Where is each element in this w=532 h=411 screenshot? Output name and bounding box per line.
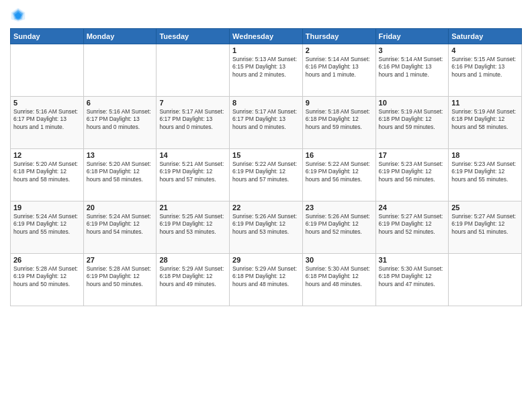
calendar-day-cell: 31Sunrise: 5:30 AM Sunset: 6:18 PM Dayli… <box>375 254 449 306</box>
day-info: Sunrise: 5:29 AM Sunset: 6:18 PM Dayligh… <box>159 265 226 288</box>
day-info: Sunrise: 5:26 AM Sunset: 6:19 PM Dayligh… <box>306 213 373 236</box>
day-info: Sunrise: 5:13 AM Sunset: 6:15 PM Dayligh… <box>232 56 300 79</box>
day-number: 23 <box>306 203 373 212</box>
calendar-day-cell: 4Sunrise: 5:15 AM Sunset: 6:16 PM Daylig… <box>449 44 522 97</box>
day-number: 24 <box>379 203 446 212</box>
calendar-day-cell: 29Sunrise: 5:29 AM Sunset: 6:18 PM Dayli… <box>230 254 303 306</box>
day-number: 16 <box>306 151 373 159</box>
day-number: 6 <box>87 99 154 107</box>
calendar-week-row: 26Sunrise: 5:28 AM Sunset: 6:19 PM Dayli… <box>11 254 522 306</box>
day-number: 10 <box>379 99 446 107</box>
day-number: 31 <box>379 256 446 264</box>
day-number: 29 <box>232 256 300 264</box>
day-info: Sunrise: 5:25 AM Sunset: 6:19 PM Dayligh… <box>159 213 226 236</box>
day-info: Sunrise: 5:23 AM Sunset: 6:19 PM Dayligh… <box>451 161 519 183</box>
day-info: Sunrise: 5:15 AM Sunset: 6:16 PM Dayligh… <box>451 56 519 79</box>
day-number: 21 <box>159 203 226 212</box>
day-number: 30 <box>306 256 373 264</box>
calendar-day-cell: 17Sunrise: 5:23 AM Sunset: 6:19 PM Dayli… <box>375 149 449 201</box>
weekday-header: Wednesday <box>230 29 303 44</box>
weekday-header: Thursday <box>302 29 375 44</box>
logo <box>10 7 29 23</box>
day-info: Sunrise: 5:21 AM Sunset: 6:19 PM Dayligh… <box>159 161 226 183</box>
day-info: Sunrise: 5:22 AM Sunset: 6:19 PM Dayligh… <box>232 161 300 183</box>
calendar-day-cell: 3Sunrise: 5:14 AM Sunset: 6:16 PM Daylig… <box>375 44 449 97</box>
calendar-day-cell: 12Sunrise: 5:20 AM Sunset: 6:18 PM Dayli… <box>11 149 84 201</box>
logo-icon <box>10 7 26 23</box>
calendar-week-row: 5Sunrise: 5:16 AM Sunset: 6:17 PM Daylig… <box>11 97 522 149</box>
calendar-table: SundayMondayTuesdayWednesdayThursdayFrid… <box>10 28 522 306</box>
day-info: Sunrise: 5:14 AM Sunset: 6:16 PM Dayligh… <box>379 56 446 79</box>
day-info: Sunrise: 5:18 AM Sunset: 6:18 PM Dayligh… <box>306 108 373 131</box>
day-info: Sunrise: 5:28 AM Sunset: 6:19 PM Dayligh… <box>13 265 81 288</box>
calendar-header-row: SundayMondayTuesdayWednesdayThursdayFrid… <box>11 29 522 44</box>
calendar-day-cell: 11Sunrise: 5:19 AM Sunset: 6:18 PM Dayli… <box>449 97 522 149</box>
day-number: 7 <box>159 99 226 107</box>
day-number: 5 <box>13 99 81 107</box>
day-number: 18 <box>451 151 519 159</box>
calendar-week-row: 1Sunrise: 5:13 AM Sunset: 6:15 PM Daylig… <box>11 44 522 97</box>
day-number: 20 <box>87 203 154 212</box>
day-info: Sunrise: 5:29 AM Sunset: 6:18 PM Dayligh… <box>232 265 300 288</box>
day-number: 11 <box>451 99 519 107</box>
day-info: Sunrise: 5:27 AM Sunset: 6:19 PM Dayligh… <box>451 213 519 236</box>
day-number: 9 <box>306 99 373 107</box>
calendar-day-cell: 16Sunrise: 5:22 AM Sunset: 6:19 PM Dayli… <box>302 149 375 201</box>
day-number: 26 <box>13 256 81 264</box>
calendar-day-cell: 23Sunrise: 5:26 AM Sunset: 6:19 PM Dayli… <box>302 201 375 254</box>
day-number: 1 <box>232 46 300 54</box>
day-number: 22 <box>232 203 300 212</box>
day-info: Sunrise: 5:28 AM Sunset: 6:19 PM Dayligh… <box>87 265 154 288</box>
day-number: 27 <box>87 256 154 264</box>
calendar-day-cell: 26Sunrise: 5:28 AM Sunset: 6:19 PM Dayli… <box>11 254 84 306</box>
calendar-day-cell: 27Sunrise: 5:28 AM Sunset: 6:19 PM Dayli… <box>83 254 157 306</box>
day-info: Sunrise: 5:30 AM Sunset: 6:18 PM Dayligh… <box>379 265 446 288</box>
day-number: 25 <box>451 203 519 212</box>
calendar-day-cell: 24Sunrise: 5:27 AM Sunset: 6:19 PM Dayli… <box>375 201 449 254</box>
calendar-day-cell: 30Sunrise: 5:30 AM Sunset: 6:18 PM Dayli… <box>302 254 375 306</box>
weekday-header: Saturday <box>449 29 522 44</box>
day-number: 17 <box>379 151 446 159</box>
calendar-day-cell: 10Sunrise: 5:19 AM Sunset: 6:18 PM Dayli… <box>375 97 449 149</box>
calendar-day-cell: 2Sunrise: 5:14 AM Sunset: 6:16 PM Daylig… <box>302 44 375 97</box>
weekday-header: Sunday <box>11 29 84 44</box>
day-info: Sunrise: 5:16 AM Sunset: 6:17 PM Dayligh… <box>13 108 81 131</box>
calendar-day-cell: 19Sunrise: 5:24 AM Sunset: 6:19 PM Dayli… <box>11 201 84 254</box>
day-number: 14 <box>159 151 226 159</box>
calendar-day-cell: 28Sunrise: 5:29 AM Sunset: 6:18 PM Dayli… <box>157 254 230 306</box>
day-info: Sunrise: 5:23 AM Sunset: 6:19 PM Dayligh… <box>379 161 446 183</box>
calendar-day-cell: 7Sunrise: 5:17 AM Sunset: 6:17 PM Daylig… <box>157 97 230 149</box>
calendar-day-cell <box>83 44 157 97</box>
calendar-day-cell: 22Sunrise: 5:26 AM Sunset: 6:19 PM Dayli… <box>230 201 303 254</box>
calendar-day-cell: 14Sunrise: 5:21 AM Sunset: 6:19 PM Dayli… <box>157 149 230 201</box>
calendar-day-cell: 1Sunrise: 5:13 AM Sunset: 6:15 PM Daylig… <box>230 44 303 97</box>
day-info: Sunrise: 5:26 AM Sunset: 6:19 PM Dayligh… <box>232 213 300 236</box>
page: SundayMondayTuesdayWednesdayThursdayFrid… <box>0 0 532 411</box>
day-number: 12 <box>13 151 81 159</box>
day-number: 3 <box>379 46 446 54</box>
calendar-day-cell: 18Sunrise: 5:23 AM Sunset: 6:19 PM Dayli… <box>449 149 522 201</box>
day-info: Sunrise: 5:30 AM Sunset: 6:18 PM Dayligh… <box>306 265 373 288</box>
header <box>10 7 522 23</box>
calendar-day-cell: 5Sunrise: 5:16 AM Sunset: 6:17 PM Daylig… <box>11 97 84 149</box>
day-number: 8 <box>232 99 300 107</box>
calendar-day-cell: 25Sunrise: 5:27 AM Sunset: 6:19 PM Dayli… <box>449 201 522 254</box>
day-info: Sunrise: 5:27 AM Sunset: 6:19 PM Dayligh… <box>379 213 446 236</box>
day-info: Sunrise: 5:14 AM Sunset: 6:16 PM Dayligh… <box>306 56 373 79</box>
day-number: 28 <box>159 256 226 264</box>
weekday-header: Tuesday <box>157 29 230 44</box>
day-number: 15 <box>232 151 300 159</box>
calendar-day-cell: 9Sunrise: 5:18 AM Sunset: 6:18 PM Daylig… <box>302 97 375 149</box>
calendar-day-cell: 13Sunrise: 5:20 AM Sunset: 6:18 PM Dayli… <box>83 149 157 201</box>
calendar-day-cell: 8Sunrise: 5:17 AM Sunset: 6:17 PM Daylig… <box>230 97 303 149</box>
calendar-week-row: 19Sunrise: 5:24 AM Sunset: 6:19 PM Dayli… <box>11 201 522 254</box>
calendar-day-cell <box>157 44 230 97</box>
calendar-day-cell: 6Sunrise: 5:16 AM Sunset: 6:17 PM Daylig… <box>83 97 157 149</box>
calendar-day-cell: 21Sunrise: 5:25 AM Sunset: 6:19 PM Dayli… <box>157 201 230 254</box>
day-info: Sunrise: 5:22 AM Sunset: 6:19 PM Dayligh… <box>306 161 373 183</box>
day-info: Sunrise: 5:19 AM Sunset: 6:18 PM Dayligh… <box>451 108 519 131</box>
weekday-header: Friday <box>375 29 449 44</box>
calendar-day-cell <box>11 44 84 97</box>
calendar-day-cell <box>449 254 522 306</box>
calendar-day-cell: 15Sunrise: 5:22 AM Sunset: 6:19 PM Dayli… <box>230 149 303 201</box>
